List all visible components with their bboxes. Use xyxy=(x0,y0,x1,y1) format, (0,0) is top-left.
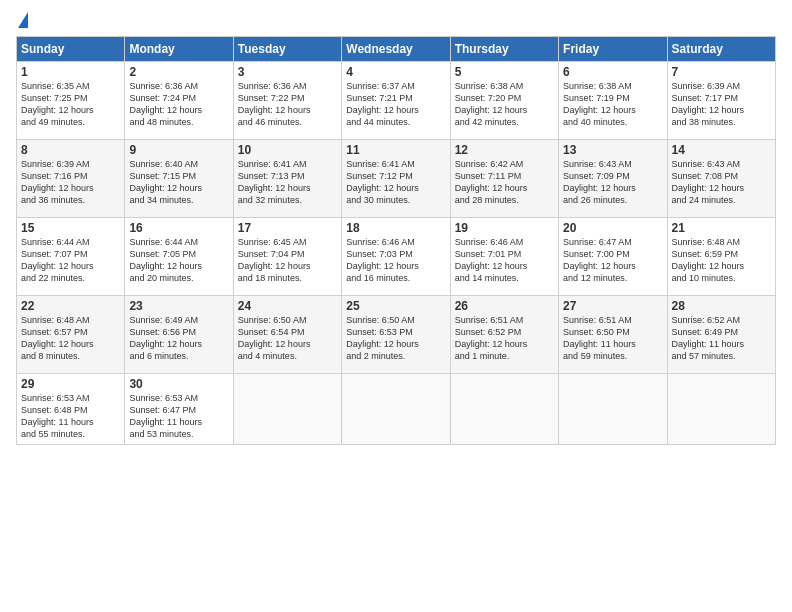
day-number: 17 xyxy=(238,221,337,235)
day-number: 5 xyxy=(455,65,554,79)
weekday-header-saturday: Saturday xyxy=(667,37,775,62)
day-info: Sunrise: 6:36 AM Sunset: 7:22 PM Dayligh… xyxy=(238,80,337,129)
weekday-header-tuesday: Tuesday xyxy=(233,37,341,62)
calendar-cell: 4Sunrise: 6:37 AM Sunset: 7:21 PM Daylig… xyxy=(342,62,450,140)
calendar-cell: 6Sunrise: 6:38 AM Sunset: 7:19 PM Daylig… xyxy=(559,62,667,140)
day-number: 20 xyxy=(563,221,662,235)
calendar-cell xyxy=(233,374,341,445)
day-number: 2 xyxy=(129,65,228,79)
calendar-cell: 30Sunrise: 6:53 AM Sunset: 6:47 PM Dayli… xyxy=(125,374,233,445)
calendar-cell: 9Sunrise: 6:40 AM Sunset: 7:15 PM Daylig… xyxy=(125,140,233,218)
weekday-header-sunday: Sunday xyxy=(17,37,125,62)
day-info: Sunrise: 6:47 AM Sunset: 7:00 PM Dayligh… xyxy=(563,236,662,285)
day-info: Sunrise: 6:49 AM Sunset: 6:56 PM Dayligh… xyxy=(129,314,228,363)
page: SundayMondayTuesdayWednesdayThursdayFrid… xyxy=(0,0,792,612)
day-info: Sunrise: 6:45 AM Sunset: 7:04 PM Dayligh… xyxy=(238,236,337,285)
weekday-header-row: SundayMondayTuesdayWednesdayThursdayFrid… xyxy=(17,37,776,62)
day-info: Sunrise: 6:35 AM Sunset: 7:25 PM Dayligh… xyxy=(21,80,120,129)
weekday-header-thursday: Thursday xyxy=(450,37,558,62)
day-number: 8 xyxy=(21,143,120,157)
calendar-cell: 10Sunrise: 6:41 AM Sunset: 7:13 PM Dayli… xyxy=(233,140,341,218)
calendar-cell xyxy=(559,374,667,445)
week-row-3: 15Sunrise: 6:44 AM Sunset: 7:07 PM Dayli… xyxy=(17,218,776,296)
day-info: Sunrise: 6:37 AM Sunset: 7:21 PM Dayligh… xyxy=(346,80,445,129)
calendar-cell: 19Sunrise: 6:46 AM Sunset: 7:01 PM Dayli… xyxy=(450,218,558,296)
calendar-cell: 14Sunrise: 6:43 AM Sunset: 7:08 PM Dayli… xyxy=(667,140,775,218)
day-info: Sunrise: 6:46 AM Sunset: 7:01 PM Dayligh… xyxy=(455,236,554,285)
day-info: Sunrise: 6:48 AM Sunset: 6:57 PM Dayligh… xyxy=(21,314,120,363)
day-info: Sunrise: 6:38 AM Sunset: 7:20 PM Dayligh… xyxy=(455,80,554,129)
day-info: Sunrise: 6:50 AM Sunset: 6:54 PM Dayligh… xyxy=(238,314,337,363)
day-info: Sunrise: 6:50 AM Sunset: 6:53 PM Dayligh… xyxy=(346,314,445,363)
day-info: Sunrise: 6:39 AM Sunset: 7:17 PM Dayligh… xyxy=(672,80,771,129)
day-number: 3 xyxy=(238,65,337,79)
day-number: 7 xyxy=(672,65,771,79)
day-number: 24 xyxy=(238,299,337,313)
day-info: Sunrise: 6:38 AM Sunset: 7:19 PM Dayligh… xyxy=(563,80,662,129)
calendar-cell: 27Sunrise: 6:51 AM Sunset: 6:50 PM Dayli… xyxy=(559,296,667,374)
day-number: 27 xyxy=(563,299,662,313)
calendar-cell xyxy=(450,374,558,445)
calendar-cell: 11Sunrise: 6:41 AM Sunset: 7:12 PM Dayli… xyxy=(342,140,450,218)
day-info: Sunrise: 6:36 AM Sunset: 7:24 PM Dayligh… xyxy=(129,80,228,129)
calendar-cell: 29Sunrise: 6:53 AM Sunset: 6:48 PM Dayli… xyxy=(17,374,125,445)
weekday-header-monday: Monday xyxy=(125,37,233,62)
calendar-cell: 13Sunrise: 6:43 AM Sunset: 7:09 PM Dayli… xyxy=(559,140,667,218)
calendar-cell: 17Sunrise: 6:45 AM Sunset: 7:04 PM Dayli… xyxy=(233,218,341,296)
week-row-1: 1Sunrise: 6:35 AM Sunset: 7:25 PM Daylig… xyxy=(17,62,776,140)
day-number: 4 xyxy=(346,65,445,79)
header xyxy=(16,12,776,30)
calendar-cell: 23Sunrise: 6:49 AM Sunset: 6:56 PM Dayli… xyxy=(125,296,233,374)
day-info: Sunrise: 6:46 AM Sunset: 7:03 PM Dayligh… xyxy=(346,236,445,285)
day-number: 26 xyxy=(455,299,554,313)
week-row-5: 29Sunrise: 6:53 AM Sunset: 6:48 PM Dayli… xyxy=(17,374,776,445)
day-number: 13 xyxy=(563,143,662,157)
calendar-cell xyxy=(342,374,450,445)
calendar-cell: 20Sunrise: 6:47 AM Sunset: 7:00 PM Dayli… xyxy=(559,218,667,296)
calendar-cell: 3Sunrise: 6:36 AM Sunset: 7:22 PM Daylig… xyxy=(233,62,341,140)
calendar-cell: 18Sunrise: 6:46 AM Sunset: 7:03 PM Dayli… xyxy=(342,218,450,296)
calendar-cell: 22Sunrise: 6:48 AM Sunset: 6:57 PM Dayli… xyxy=(17,296,125,374)
day-info: Sunrise: 6:43 AM Sunset: 7:08 PM Dayligh… xyxy=(672,158,771,207)
day-info: Sunrise: 6:53 AM Sunset: 6:48 PM Dayligh… xyxy=(21,392,120,441)
day-info: Sunrise: 6:52 AM Sunset: 6:49 PM Dayligh… xyxy=(672,314,771,363)
week-row-4: 22Sunrise: 6:48 AM Sunset: 6:57 PM Dayli… xyxy=(17,296,776,374)
week-row-2: 8Sunrise: 6:39 AM Sunset: 7:16 PM Daylig… xyxy=(17,140,776,218)
day-number: 21 xyxy=(672,221,771,235)
calendar-cell: 12Sunrise: 6:42 AM Sunset: 7:11 PM Dayli… xyxy=(450,140,558,218)
calendar-cell: 28Sunrise: 6:52 AM Sunset: 6:49 PM Dayli… xyxy=(667,296,775,374)
day-number: 28 xyxy=(672,299,771,313)
day-info: Sunrise: 6:43 AM Sunset: 7:09 PM Dayligh… xyxy=(563,158,662,207)
day-info: Sunrise: 6:41 AM Sunset: 7:13 PM Dayligh… xyxy=(238,158,337,207)
logo xyxy=(16,12,28,30)
day-number: 25 xyxy=(346,299,445,313)
weekday-header-friday: Friday xyxy=(559,37,667,62)
day-info: Sunrise: 6:44 AM Sunset: 7:07 PM Dayligh… xyxy=(21,236,120,285)
calendar-cell: 25Sunrise: 6:50 AM Sunset: 6:53 PM Dayli… xyxy=(342,296,450,374)
day-number: 12 xyxy=(455,143,554,157)
day-info: Sunrise: 6:42 AM Sunset: 7:11 PM Dayligh… xyxy=(455,158,554,207)
day-number: 16 xyxy=(129,221,228,235)
calendar-cell: 1Sunrise: 6:35 AM Sunset: 7:25 PM Daylig… xyxy=(17,62,125,140)
day-info: Sunrise: 6:41 AM Sunset: 7:12 PM Dayligh… xyxy=(346,158,445,207)
day-info: Sunrise: 6:51 AM Sunset: 6:52 PM Dayligh… xyxy=(455,314,554,363)
day-number: 18 xyxy=(346,221,445,235)
day-info: Sunrise: 6:51 AM Sunset: 6:50 PM Dayligh… xyxy=(563,314,662,363)
calendar-cell: 24Sunrise: 6:50 AM Sunset: 6:54 PM Dayli… xyxy=(233,296,341,374)
calendar-cell xyxy=(667,374,775,445)
day-number: 15 xyxy=(21,221,120,235)
calendar-cell: 26Sunrise: 6:51 AM Sunset: 6:52 PM Dayli… xyxy=(450,296,558,374)
day-number: 1 xyxy=(21,65,120,79)
calendar-cell: 5Sunrise: 6:38 AM Sunset: 7:20 PM Daylig… xyxy=(450,62,558,140)
day-info: Sunrise: 6:39 AM Sunset: 7:16 PM Dayligh… xyxy=(21,158,120,207)
day-number: 14 xyxy=(672,143,771,157)
calendar-cell: 21Sunrise: 6:48 AM Sunset: 6:59 PM Dayli… xyxy=(667,218,775,296)
weekday-header-wednesday: Wednesday xyxy=(342,37,450,62)
calendar-cell: 8Sunrise: 6:39 AM Sunset: 7:16 PM Daylig… xyxy=(17,140,125,218)
day-info: Sunrise: 6:44 AM Sunset: 7:05 PM Dayligh… xyxy=(129,236,228,285)
calendar-cell: 2Sunrise: 6:36 AM Sunset: 7:24 PM Daylig… xyxy=(125,62,233,140)
calendar-cell: 15Sunrise: 6:44 AM Sunset: 7:07 PM Dayli… xyxy=(17,218,125,296)
calendar: SundayMondayTuesdayWednesdayThursdayFrid… xyxy=(16,36,776,445)
day-info: Sunrise: 6:53 AM Sunset: 6:47 PM Dayligh… xyxy=(129,392,228,441)
calendar-cell: 16Sunrise: 6:44 AM Sunset: 7:05 PM Dayli… xyxy=(125,218,233,296)
